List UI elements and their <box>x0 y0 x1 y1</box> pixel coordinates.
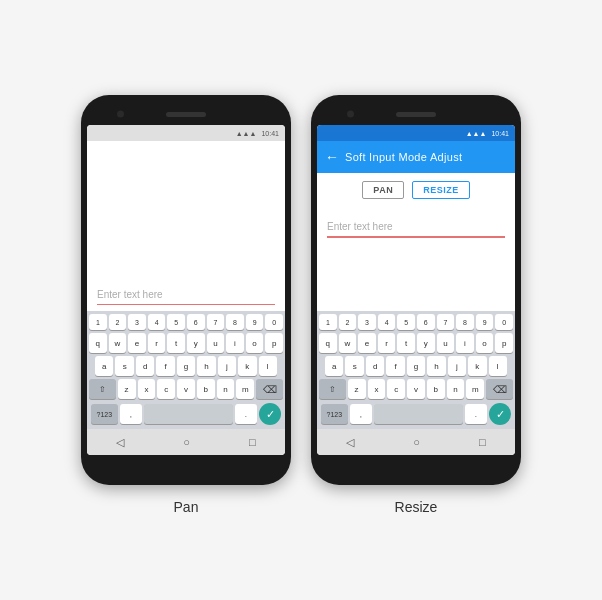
pan-key-d[interactable]: d <box>136 356 154 376</box>
resize-key-comma[interactable]: , <box>350 404 372 424</box>
pan-key-e[interactable]: e <box>128 333 146 353</box>
resize-key-9[interactable]: 9 <box>476 314 494 330</box>
pan-key-w[interactable]: w <box>109 333 127 353</box>
resize-key-y[interactable]: y <box>417 333 435 353</box>
resize-key-t[interactable]: t <box>397 333 415 353</box>
resize-key-c[interactable]: c <box>387 379 405 399</box>
resize-key-6[interactable]: 6 <box>417 314 435 330</box>
pan-key-l[interactable]: l <box>259 356 277 376</box>
resize-key-l[interactable]: l <box>489 356 507 376</box>
resize-text-input-area[interactable]: Enter text here <box>327 215 505 240</box>
resize-key-p[interactable]: p <box>495 333 513 353</box>
pan-key-b[interactable]: b <box>197 379 215 399</box>
resize-key-o[interactable]: o <box>476 333 494 353</box>
pan-key-space[interactable] <box>144 404 233 424</box>
resize-back-icon[interactable]: ← <box>325 149 339 165</box>
resize-key-b[interactable]: b <box>427 379 445 399</box>
pan-key-shift[interactable]: ⇧ <box>89 379 116 399</box>
resize-nav-back[interactable]: ◁ <box>346 436 354 449</box>
resize-key-g[interactable]: g <box>407 356 425 376</box>
pan-key-del[interactable]: ⌫ <box>256 379 283 399</box>
resize-key-space[interactable] <box>374 404 463 424</box>
pan-key-r[interactable]: r <box>148 333 166 353</box>
resize-key-shift[interactable]: ⇧ <box>319 379 346 399</box>
resize-key-f[interactable]: f <box>386 356 404 376</box>
pan-key-o[interactable]: o <box>246 333 264 353</box>
pan-text-input-area[interactable]: Enter text here <box>97 283 275 308</box>
resize-key-enter[interactable]: ✓ <box>489 403 511 425</box>
resize-screen-content: Enter text here <box>317 205 515 311</box>
resize-key-x[interactable]: x <box>368 379 386 399</box>
pan-key-k[interactable]: k <box>238 356 256 376</box>
pan-key-u[interactable]: u <box>207 333 225 353</box>
resize-key-1[interactable]: 1 <box>319 314 337 330</box>
pan-key-h[interactable]: h <box>197 356 215 376</box>
pan-key-5[interactable]: 5 <box>167 314 185 330</box>
resize-key-d[interactable]: d <box>366 356 384 376</box>
resize-pan-button[interactable]: PAN <box>362 181 404 199</box>
resize-key-w[interactable]: w <box>339 333 357 353</box>
pan-key-m[interactable]: m <box>236 379 254 399</box>
pan-key-6[interactable]: 6 <box>187 314 205 330</box>
pan-key-3[interactable]: 3 <box>128 314 146 330</box>
resize-resize-button[interactable]: RESIZE <box>412 181 470 199</box>
resize-key-m[interactable]: m <box>466 379 484 399</box>
resize-phone-container: ▲▲▲ 10:41 ← Soft Input Mode Adjust PAN R… <box>311 95 521 515</box>
pan-key-c[interactable]: c <box>157 379 175 399</box>
resize-key-4[interactable]: 4 <box>378 314 396 330</box>
pan-key-a[interactable]: a <box>95 356 113 376</box>
resize-key-123[interactable]: ?123 <box>321 404 348 424</box>
pan-key-4[interactable]: 4 <box>148 314 166 330</box>
resize-phone-screen: ▲▲▲ 10:41 ← Soft Input Mode Adjust PAN R… <box>317 125 515 455</box>
resize-key-8[interactable]: 8 <box>456 314 474 330</box>
pan-key-1[interactable]: 1 <box>89 314 107 330</box>
resize-key-r[interactable]: r <box>378 333 396 353</box>
pan-key-8[interactable]: 8 <box>226 314 244 330</box>
pan-key-n[interactable]: n <box>217 379 235 399</box>
pan-key-7[interactable]: 7 <box>207 314 225 330</box>
resize-key-k[interactable]: k <box>468 356 486 376</box>
pan-key-j[interactable]: j <box>218 356 236 376</box>
resize-key-h[interactable]: h <box>427 356 445 376</box>
pan-key-2[interactable]: 2 <box>109 314 127 330</box>
pan-nav-home[interactable]: ○ <box>183 436 190 448</box>
resize-key-n[interactable]: n <box>447 379 465 399</box>
resize-key-q[interactable]: q <box>319 333 337 353</box>
pan-key-t[interactable]: t <box>167 333 185 353</box>
pan-nav-recent[interactable]: □ <box>249 436 256 448</box>
resize-key-i[interactable]: i <box>456 333 474 353</box>
resize-key-s[interactable]: s <box>345 356 363 376</box>
pan-key-period[interactable]: . <box>235 404 257 424</box>
pan-key-x[interactable]: x <box>138 379 156 399</box>
resize-key-e[interactable]: e <box>358 333 376 353</box>
resize-key-2[interactable]: 2 <box>339 314 357 330</box>
pan-key-z[interactable]: z <box>118 379 136 399</box>
pan-key-v[interactable]: v <box>177 379 195 399</box>
resize-key-5[interactable]: 5 <box>397 314 415 330</box>
pan-key-p[interactable]: p <box>265 333 283 353</box>
pan-nav-back[interactable]: ◁ <box>116 436 124 449</box>
resize-key-3[interactable]: 3 <box>358 314 376 330</box>
resize-key-a[interactable]: a <box>325 356 343 376</box>
resize-nav-recent[interactable]: □ <box>479 436 486 448</box>
pan-key-f[interactable]: f <box>156 356 174 376</box>
resize-key-7[interactable]: 7 <box>437 314 455 330</box>
resize-key-v[interactable]: v <box>407 379 425 399</box>
pan-key-0[interactable]: 0 <box>265 314 283 330</box>
pan-key-y[interactable]: y <box>187 333 205 353</box>
pan-key-comma[interactable]: , <box>120 404 142 424</box>
pan-key-enter[interactable]: ✓ <box>259 403 281 425</box>
resize-key-u[interactable]: u <box>437 333 455 353</box>
resize-key-del[interactable]: ⌫ <box>486 379 513 399</box>
pan-key-9[interactable]: 9 <box>246 314 264 330</box>
resize-key-0[interactable]: 0 <box>495 314 513 330</box>
resize-key-z[interactable]: z <box>348 379 366 399</box>
pan-key-g[interactable]: g <box>177 356 195 376</box>
pan-key-123[interactable]: ?123 <box>91 404 118 424</box>
resize-key-period[interactable]: . <box>465 404 487 424</box>
resize-key-j[interactable]: j <box>448 356 466 376</box>
pan-key-s[interactable]: s <box>115 356 133 376</box>
pan-key-q[interactable]: q <box>89 333 107 353</box>
resize-nav-home[interactable]: ○ <box>413 436 420 448</box>
pan-key-i[interactable]: i <box>226 333 244 353</box>
